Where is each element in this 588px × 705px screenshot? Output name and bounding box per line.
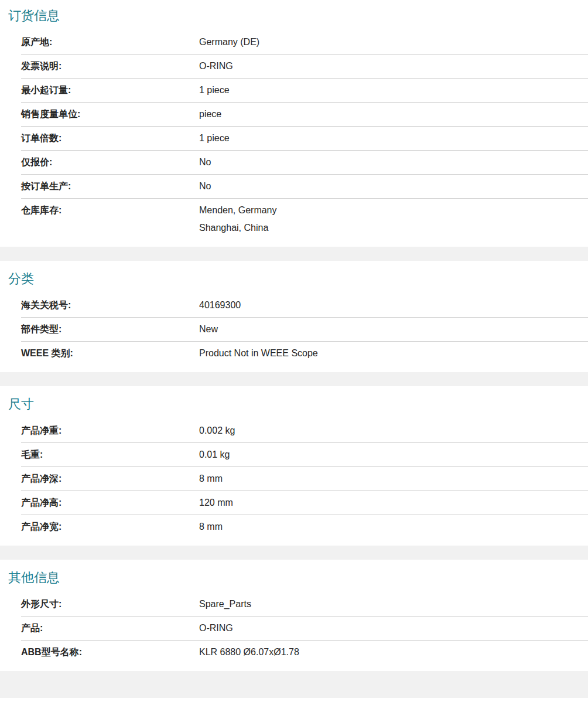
table-row: 产品: O-RING: [21, 617, 588, 641]
row-value-warehouse-stock: Menden, Germany Shanghai, China: [199, 202, 588, 237]
row-value-country-of-origin: Germany (DE): [199, 33, 588, 51]
row-label-net-width: 产品净宽:: [21, 518, 199, 536]
row-value-customs-tariff: 40169300: [199, 297, 588, 314]
row-value-invoice-description: O-RING: [199, 57, 588, 75]
table-row: 最小起订量: 1 piece: [21, 79, 588, 103]
row-label-net-depth: 产品净深:: [21, 470, 199, 488]
additional-info-table: 外形尺寸: Spare_Parts 产品: O-RING ABB型号名称: KL…: [21, 592, 588, 664]
row-label-country-of-origin: 原产地:: [21, 33, 199, 51]
table-row: 毛重: 0.01 kg: [21, 443, 588, 467]
table-row: 产品净高: 120 mm: [21, 491, 588, 515]
row-value-order-multiple: 1 piece: [199, 130, 588, 147]
row-label-warehouse-stock: 仓库库存:: [21, 202, 199, 219]
row-value-weee-category: Product Not in WEEE Scope: [199, 345, 588, 362]
row-label-selling-unit: 销售度量单位:: [21, 105, 199, 123]
dimensions-table: 产品净重: 0.002 kg 毛重: 0.01 kg 产品净深: 8 mm 产品…: [21, 419, 588, 539]
ordering-info-table: 原产地: Germany (DE) 发票说明: O-RING 最小起订量: 1 …: [21, 30, 588, 240]
table-row: 按订单生产: No: [21, 175, 588, 199]
row-label-minimum-order-qty: 最小起订量:: [21, 81, 199, 99]
classification-table: 海关关税号: 40169300 部件类型: New WEEE 类别: Produ…: [21, 294, 588, 365]
row-label-net-height: 产品净高:: [21, 494, 199, 512]
table-row: 产品净重: 0.002 kg: [21, 419, 588, 443]
table-row: WEEE 类别: Product Not in WEEE Scope: [21, 342, 588, 365]
row-value-part-type: New: [199, 321, 588, 338]
row-value-net-weight: 0.002 kg: [199, 422, 588, 440]
row-value-product: O-RING: [199, 619, 588, 637]
row-label-product: 产品:: [21, 619, 199, 637]
row-value-abb-type-designation: KLR 6880 Ø6.07xØ1.78: [199, 643, 588, 661]
row-value-net-width: 8 mm: [199, 518, 588, 536]
table-row: 仓库库存: Menden, Germany Shanghai, China: [21, 199, 588, 240]
section-title-classification: 分类: [8, 271, 588, 287]
row-label-order-multiple: 订单倍数:: [21, 130, 199, 147]
table-row: 订单倍数: 1 piece: [21, 127, 588, 151]
table-row: 原产地: Germany (DE): [21, 30, 588, 55]
table-row: 仅报价: No: [21, 151, 588, 175]
row-label-quotation-only: 仅报价:: [21, 154, 199, 171]
row-value-gross-weight: 0.01 kg: [199, 446, 588, 464]
row-value-net-depth: 8 mm: [199, 470, 588, 488]
bottom-band: [0, 671, 588, 698]
row-value-selling-unit: piece: [199, 105, 588, 123]
table-row: ABB型号名称: KLR 6880 Ø6.07xØ1.78: [21, 641, 588, 664]
row-label-invoice-description: 发票说明:: [21, 57, 199, 75]
section-title-additional-info: 其他信息: [8, 570, 588, 585]
section-dimensions: 尺寸 产品净重: 0.002 kg 毛重: 0.01 kg 产品净深: 8 mm…: [0, 397, 588, 539]
row-value-quotation-only: No: [199, 154, 588, 171]
table-row: 销售度量单位: piece: [21, 103, 588, 127]
row-label-customs-tariff: 海关关税号:: [21, 297, 199, 314]
row-label-net-weight: 产品净重:: [21, 422, 199, 440]
section-divider-band: [0, 372, 588, 386]
row-value-made-to-order: No: [199, 178, 588, 195]
table-row: 海关关税号: 40169300: [21, 294, 588, 318]
row-label-made-to-order: 按订单生产:: [21, 178, 199, 195]
section-additional-info: 其他信息 外形尺寸: Spare_Parts 产品: O-RING ABB型号名…: [0, 570, 588, 664]
section-title-dimensions: 尺寸: [8, 397, 588, 412]
row-label-gross-weight: 毛重:: [21, 446, 199, 464]
row-label-abb-type-designation: ABB型号名称:: [21, 643, 199, 661]
row-value-outline-dimensions: Spare_Parts: [199, 595, 588, 613]
table-row: 部件类型: New: [21, 318, 588, 342]
table-row: 产品净深: 8 mm: [21, 467, 588, 491]
product-details-page: 订货信息 原产地: Germany (DE) 发票说明: O-RING 最小起订…: [0, 0, 588, 698]
row-value-net-height: 120 mm: [199, 494, 588, 512]
row-label-part-type: 部件类型:: [21, 321, 199, 338]
row-value-minimum-order-qty: 1 piece: [199, 81, 588, 99]
row-label-weee-category: WEEE 类别:: [21, 345, 199, 362]
section-title-ordering-info: 订货信息: [8, 8, 588, 23]
section-divider-band: [0, 247, 588, 261]
row-label-outline-dimensions: 外形尺寸:: [21, 595, 199, 613]
section-ordering-info: 订货信息 原产地: Germany (DE) 发票说明: O-RING 最小起订…: [0, 8, 588, 240]
section-classification: 分类 海关关税号: 40169300 部件类型: New WEEE 类别: Pr…: [0, 271, 588, 365]
table-row: 发票说明: O-RING: [21, 55, 588, 79]
table-row: 外形尺寸: Spare_Parts: [21, 592, 588, 617]
section-divider-band: [0, 546, 588, 560]
table-row: 产品净宽: 8 mm: [21, 515, 588, 539]
